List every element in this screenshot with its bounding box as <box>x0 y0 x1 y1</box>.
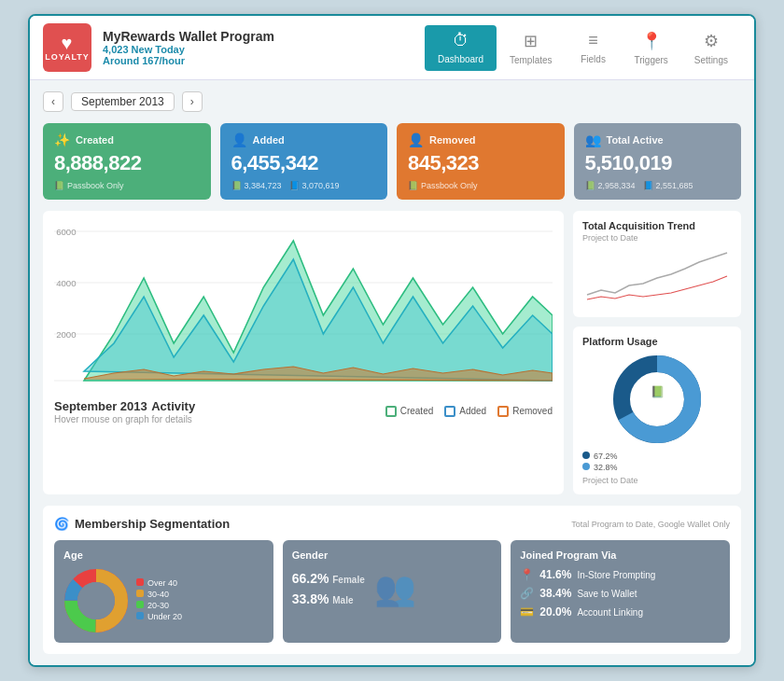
legend-created-dot <box>385 406 397 417</box>
nav-dashboard[interactable]: ⏱ Dashboard <box>425 25 497 71</box>
wallet-icon-2: 📘 <box>643 181 653 190</box>
stat-total-footer-2: 📘 2,551,685 <box>643 181 693 190</box>
heart-icon: ♥ <box>62 34 74 52</box>
stat-total-footer-text2: 2,551,685 <box>656 181 693 190</box>
legend-removed: Removed <box>497 406 553 417</box>
seg-title-text: Membership Segmentation <box>75 517 230 531</box>
stat-added-label: Added <box>253 134 285 146</box>
stat-total-footer-text1: 2,958,334 <box>598 181 636 190</box>
activity-chart: 6000 4000 2000 <box>54 222 553 390</box>
seg-joined-card: Joined Program Via 📍 41.6% In-Store Prom… <box>511 540 730 643</box>
seg-age-legend: Over 40 30-40 20-30 Under 20 <box>136 578 182 623</box>
male-label: Male <box>332 595 353 605</box>
stat-created-header: ✨ Created <box>54 132 200 147</box>
stat-removed-label: Removed <box>429 134 476 146</box>
date-nav: ‹ September 2013 › <box>43 91 741 112</box>
stat-total-active: 👥 Total Active 5,510,019 📗 2,958,334 📘 2… <box>574 123 742 200</box>
legend-added: Added <box>444 406 486 417</box>
chart-title: September 2013 <box>54 399 147 413</box>
svg-text:2000: 2000 <box>56 330 76 340</box>
main-area: 6000 4000 2000 September 2013 Act <box>43 211 741 494</box>
usage-pct2: 32.8% <box>594 463 618 472</box>
chart-container: 6000 4000 2000 <box>54 222 553 390</box>
chart-labels: September 2013 Activity Hover mouse on g… <box>54 397 553 424</box>
nav-templates[interactable]: ⊞ Templates <box>497 25 566 71</box>
joined-pct-2: 20.0% <box>539 605 571 618</box>
usage-legend: 67.2% 32.8% <box>582 452 732 472</box>
age-2030: 20-30 <box>136 601 182 610</box>
nav-fields[interactable]: ≡ Fields <box>566 25 622 71</box>
segmentation-section: 🌀 Membership Segmentation Total Program … <box>43 506 741 654</box>
stat-added-value: 6,455,342 <box>231 151 377 175</box>
male-pct: 33.8% <box>292 591 329 606</box>
age-donut-svg <box>63 568 129 633</box>
chart-title-suffix: Activity <box>151 399 195 413</box>
usage-title: Platform Usage <box>582 336 732 347</box>
stat-total-header: 👥 Total Active <box>585 132 731 147</box>
usage-legend-1: 67.2% <box>582 452 732 461</box>
seg-age-card: Age Over 40 30-40 <box>54 540 273 643</box>
trend-title: Total Acquisition Trend <box>582 220 732 231</box>
created-icon: ✨ <box>54 132 70 147</box>
passbook-icon-4: 📗 <box>585 181 595 190</box>
trend-chart-svg <box>582 248 732 304</box>
total-icon: 👥 <box>585 132 601 147</box>
usage-pct1: 67.2% <box>594 452 618 461</box>
legend-added-dot <box>444 406 455 417</box>
joined-item-2: 💳 20.0% Account Linking <box>520 605 721 618</box>
svg-text:67.2%: 67.2% <box>645 401 669 410</box>
usage-footer: Project to Date <box>582 476 732 485</box>
date-next-btn[interactable]: › <box>182 91 203 112</box>
trend-sub: Project to Date <box>582 233 732 243</box>
stat-added: 👤 Added 6,455,342 📗 3,384,723 📘 3,070,61… <box>220 123 388 200</box>
nav-templates-label: Templates <box>510 55 553 65</box>
joined-items: 📍 41.6% In-Store Prompting 🔗 38.4% Save … <box>520 568 721 618</box>
age-over40: Over 40 <box>136 578 182 588</box>
stat-added-footer-2: 📘 3,070,619 <box>289 181 340 190</box>
legend-created: Created <box>385 406 434 417</box>
seg-sub: Total Program to Date, Google Wallet Onl… <box>571 520 730 529</box>
svg-text:4000: 4000 <box>56 279 76 288</box>
female-pct: 66.2% <box>292 571 329 586</box>
usage-donut-svg: 📗 67.2% <box>610 353 704 446</box>
chart-panel: 6000 4000 2000 September 2013 Act <box>43 211 564 494</box>
seg-header: 🌀 Membership Segmentation Total Program … <box>54 517 730 531</box>
header-subtitle: 4,023 New Today Around 167/hour <box>103 44 413 66</box>
nav-triggers[interactable]: 📍 Triggers <box>622 25 681 71</box>
stat-total-value: 5,510,019 <box>585 151 731 175</box>
removed-icon: 👤 <box>408 132 424 147</box>
nav-settings[interactable]: ⚙ Settings <box>681 25 741 71</box>
stat-removed-footer: 📗 Passbook Only <box>408 181 553 190</box>
svg-point-18 <box>77 582 115 619</box>
nav-dashboard-label: Dashboard <box>438 54 483 64</box>
joined-pct-0: 41.6% <box>539 568 571 581</box>
stat-removed-header: 👤 Removed <box>408 132 553 147</box>
stat-added-footer: 📗 3,384,723 📘 3,070,619 <box>231 181 377 190</box>
stat-removed-footer-item: 📗 Passbook Only <box>408 181 478 190</box>
legend-removed-label: Removed <box>512 406 553 416</box>
chart-title-group: September 2013 Activity Hover mouse on g… <box>54 397 195 424</box>
header-info: MyRewards Wallet Program 4,023 New Today… <box>103 29 413 66</box>
date-prev-btn[interactable]: ‹ <box>43 91 63 112</box>
stat-added-footer-text1: 3,384,723 <box>245 181 282 190</box>
stat-created-footer: 📗 Passbook Only <box>54 181 200 190</box>
seg-gender-card: Gender 66.2% Female 33.8% Male <box>283 540 502 643</box>
templates-icon: ⊞ <box>524 31 538 51</box>
settings-icon: ⚙ <box>704 31 719 51</box>
joined-item-0: 📍 41.6% In-Store Prompting <box>520 568 721 581</box>
dashboard-icon: ⏱ <box>453 31 469 50</box>
usage-legend-2: 32.8% <box>582 463 732 472</box>
joined-pct-1: 38.4% <box>539 587 571 600</box>
stat-created: ✨ Created 8,888,822 📗 Passbook Only <box>43 123 211 200</box>
age-dot-under20 <box>136 612 144 619</box>
stat-created-footer-text: Passbook Only <box>67 181 124 190</box>
logo-text: LOYALTY <box>45 52 90 62</box>
stat-created-footer-item: 📗 Passbook Only <box>54 181 124 190</box>
legend-removed-dot <box>497 406 509 417</box>
stat-total-footer: 📗 2,958,334 📘 2,551,685 <box>585 181 731 190</box>
nav-fields-label: Fields <box>581 54 606 64</box>
age-label-3040: 30-40 <box>147 590 169 599</box>
age-3040: 30-40 <box>136 590 182 599</box>
content: ‹ September 2013 › ✨ Created 8,888,822 📗… <box>30 80 754 665</box>
usage-donut: 📗 67.2% <box>582 353 732 446</box>
